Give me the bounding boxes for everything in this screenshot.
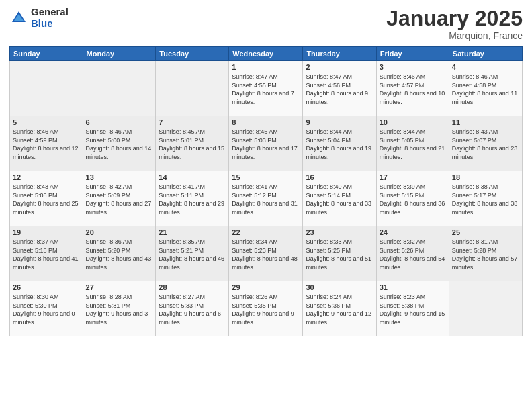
calendar-cell: 25 Sunrise: 8:31 AMSunset: 5:28 PMDaylig… bbox=[449, 226, 522, 281]
calendar-cell: 18 Sunrise: 8:38 AMSunset: 5:17 PMDaylig… bbox=[449, 171, 522, 226]
day-number: 5 bbox=[13, 118, 80, 126]
day-number: 4 bbox=[452, 63, 519, 71]
day-info: Sunrise: 8:24 AMSunset: 5:36 PMDaylight:… bbox=[306, 293, 373, 326]
day-info: Sunrise: 8:39 AMSunset: 5:15 PMDaylight:… bbox=[380, 183, 446, 216]
weekday-header: Sunday bbox=[10, 47, 83, 61]
calendar-cell: 20 Sunrise: 8:36 AMSunset: 5:20 PMDaylig… bbox=[83, 226, 156, 281]
calendar-cell: 2 Sunrise: 8:47 AMSunset: 4:56 PMDayligh… bbox=[303, 61, 376, 116]
weekday-header: Monday bbox=[83, 47, 156, 61]
day-number: 26 bbox=[13, 283, 80, 291]
day-info: Sunrise: 8:38 AMSunset: 5:17 PMDaylight:… bbox=[452, 183, 519, 216]
day-number: 12 bbox=[13, 173, 80, 181]
day-info: Sunrise: 8:44 AMSunset: 5:05 PMDaylight:… bbox=[380, 128, 446, 161]
day-number: 6 bbox=[86, 118, 153, 126]
calendar-cell: 15 Sunrise: 8:41 AMSunset: 5:12 PMDaylig… bbox=[229, 171, 303, 226]
header: General Blue January 2025 Marquion, Fran… bbox=[9, 7, 523, 41]
day-number: 3 bbox=[380, 63, 446, 71]
day-number: 23 bbox=[306, 228, 373, 236]
day-info: Sunrise: 8:43 AMSunset: 5:07 PMDaylight:… bbox=[452, 128, 519, 161]
calendar-cell: 9 Sunrise: 8:44 AMSunset: 5:04 PMDayligh… bbox=[303, 116, 376, 171]
day-info: Sunrise: 8:45 AMSunset: 5:01 PMDaylight:… bbox=[159, 128, 226, 161]
weekday-header: Saturday bbox=[449, 47, 522, 61]
logo-general: General bbox=[31, 7, 69, 18]
weekday-header-row: SundayMondayTuesdayWednesdayThursdayFrid… bbox=[10, 47, 523, 61]
day-number: 25 bbox=[452, 228, 519, 236]
location-title: Marquion, France bbox=[386, 30, 523, 41]
day-number: 18 bbox=[452, 173, 519, 181]
calendar-cell: 29 Sunrise: 8:26 AMSunset: 5:35 PMDaylig… bbox=[229, 281, 303, 336]
day-info: Sunrise: 8:43 AMSunset: 5:08 PMDaylight:… bbox=[13, 183, 80, 216]
day-info: Sunrise: 8:32 AMSunset: 5:26 PMDaylight:… bbox=[380, 238, 446, 271]
logo-icon bbox=[9, 9, 28, 28]
day-info: Sunrise: 8:23 AMSunset: 5:38 PMDaylight:… bbox=[380, 293, 446, 326]
calendar-cell: 23 Sunrise: 8:33 AMSunset: 5:25 PMDaylig… bbox=[303, 226, 376, 281]
day-info: Sunrise: 8:41 AMSunset: 5:11 PMDaylight:… bbox=[159, 183, 226, 216]
logo-blue: Blue bbox=[31, 18, 69, 30]
calendar-cell: 3 Sunrise: 8:46 AMSunset: 4:57 PMDayligh… bbox=[376, 61, 449, 116]
day-number: 17 bbox=[380, 173, 446, 181]
day-number: 31 bbox=[380, 283, 446, 291]
day-number: 21 bbox=[159, 228, 226, 236]
calendar-cell bbox=[449, 281, 522, 336]
calendar-cell: 24 Sunrise: 8:32 AMSunset: 5:26 PMDaylig… bbox=[376, 226, 449, 281]
calendar-cell bbox=[156, 61, 229, 116]
day-number: 2 bbox=[306, 63, 373, 71]
day-info: Sunrise: 8:33 AMSunset: 5:25 PMDaylight:… bbox=[306, 238, 373, 271]
calendar-cell: 28 Sunrise: 8:27 AMSunset: 5:33 PMDaylig… bbox=[156, 281, 229, 336]
day-info: Sunrise: 8:30 AMSunset: 5:30 PMDaylight:… bbox=[13, 293, 80, 326]
calendar-cell: 10 Sunrise: 8:44 AMSunset: 5:05 PMDaylig… bbox=[376, 116, 449, 171]
calendar-cell: 4 Sunrise: 8:46 AMSunset: 4:58 PMDayligh… bbox=[449, 61, 522, 116]
day-info: Sunrise: 8:35 AMSunset: 5:21 PMDaylight:… bbox=[159, 238, 226, 271]
day-number: 9 bbox=[306, 118, 373, 126]
day-info: Sunrise: 8:34 AMSunset: 5:23 PMDaylight:… bbox=[232, 238, 300, 271]
calendar-cell: 11 Sunrise: 8:43 AMSunset: 5:07 PMDaylig… bbox=[449, 116, 522, 171]
calendar-cell: 27 Sunrise: 8:28 AMSunset: 5:31 PMDaylig… bbox=[83, 281, 156, 336]
day-info: Sunrise: 8:40 AMSunset: 5:14 PMDaylight:… bbox=[306, 183, 373, 216]
day-number: 7 bbox=[159, 118, 226, 126]
weekday-header: Friday bbox=[376, 47, 449, 61]
calendar-week-row: 19 Sunrise: 8:37 AMSunset: 5:18 PMDaylig… bbox=[10, 226, 523, 281]
calendar-cell: 21 Sunrise: 8:35 AMSunset: 5:21 PMDaylig… bbox=[156, 226, 229, 281]
day-number: 29 bbox=[232, 283, 300, 291]
title-block: January 2025 Marquion, France bbox=[386, 7, 523, 41]
calendar-cell: 26 Sunrise: 8:30 AMSunset: 5:30 PMDaylig… bbox=[10, 281, 83, 336]
day-number: 8 bbox=[232, 118, 300, 126]
calendar-cell: 6 Sunrise: 8:46 AMSunset: 5:00 PMDayligh… bbox=[83, 116, 156, 171]
calendar: SundayMondayTuesdayWednesdayThursdayFrid… bbox=[9, 46, 523, 336]
day-number: 16 bbox=[306, 173, 373, 181]
calendar-cell: 17 Sunrise: 8:39 AMSunset: 5:15 PMDaylig… bbox=[376, 171, 449, 226]
day-info: Sunrise: 8:46 AMSunset: 5:00 PMDaylight:… bbox=[86, 128, 153, 161]
calendar-cell: 8 Sunrise: 8:45 AMSunset: 5:03 PMDayligh… bbox=[229, 116, 303, 171]
day-number: 1 bbox=[232, 63, 300, 71]
calendar-cell: 22 Sunrise: 8:34 AMSunset: 5:23 PMDaylig… bbox=[229, 226, 303, 281]
calendar-cell bbox=[10, 61, 83, 116]
day-info: Sunrise: 8:31 AMSunset: 5:28 PMDaylight:… bbox=[452, 238, 519, 271]
day-number: 22 bbox=[232, 228, 300, 236]
calendar-cell: 14 Sunrise: 8:41 AMSunset: 5:11 PMDaylig… bbox=[156, 171, 229, 226]
day-info: Sunrise: 8:42 AMSunset: 5:09 PMDaylight:… bbox=[86, 183, 153, 216]
day-info: Sunrise: 8:37 AMSunset: 5:18 PMDaylight:… bbox=[13, 238, 80, 271]
calendar-cell: 1 Sunrise: 8:47 AMSunset: 4:55 PMDayligh… bbox=[229, 61, 303, 116]
calendar-cell: 16 Sunrise: 8:40 AMSunset: 5:14 PMDaylig… bbox=[303, 171, 376, 226]
day-number: 10 bbox=[380, 118, 446, 126]
calendar-cell: 30 Sunrise: 8:24 AMSunset: 5:36 PMDaylig… bbox=[303, 281, 376, 336]
weekday-header: Tuesday bbox=[156, 47, 229, 61]
day-number: 28 bbox=[159, 283, 226, 291]
day-number: 14 bbox=[159, 173, 226, 181]
logo: General Blue bbox=[9, 7, 69, 29]
day-info: Sunrise: 8:46 AMSunset: 4:59 PMDaylight:… bbox=[13, 128, 80, 161]
day-info: Sunrise: 8:28 AMSunset: 5:31 PMDaylight:… bbox=[86, 293, 153, 326]
day-info: Sunrise: 8:36 AMSunset: 5:20 PMDaylight:… bbox=[86, 238, 153, 271]
calendar-cell: 31 Sunrise: 8:23 AMSunset: 5:38 PMDaylig… bbox=[376, 281, 449, 336]
day-number: 11 bbox=[452, 118, 519, 126]
page: General Blue January 2025 Marquion, Fran… bbox=[0, 0, 532, 411]
weekday-header: Wednesday bbox=[229, 47, 303, 61]
day-info: Sunrise: 8:46 AMSunset: 4:57 PMDaylight:… bbox=[380, 73, 446, 106]
day-info: Sunrise: 8:45 AMSunset: 5:03 PMDaylight:… bbox=[232, 128, 300, 161]
calendar-cell: 13 Sunrise: 8:42 AMSunset: 5:09 PMDaylig… bbox=[83, 171, 156, 226]
day-number: 15 bbox=[232, 173, 300, 181]
day-number: 24 bbox=[380, 228, 446, 236]
logo-text: General Blue bbox=[31, 7, 69, 29]
calendar-week-row: 5 Sunrise: 8:46 AMSunset: 4:59 PMDayligh… bbox=[10, 116, 523, 171]
day-number: 19 bbox=[13, 228, 80, 236]
